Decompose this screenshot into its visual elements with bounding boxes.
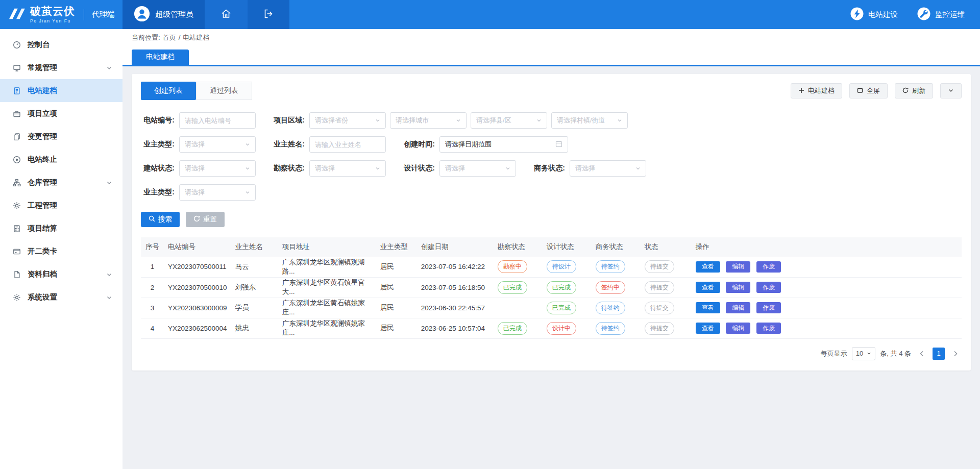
chevron-down-icon	[456, 117, 461, 125]
breadcrumb-separator: /	[179, 34, 181, 41]
calendar-icon	[555, 140, 562, 149]
design-status-label: 设计状态:	[401, 164, 435, 173]
owner-type-label: 业主类型:	[141, 140, 175, 149]
filter-form: 电站编号: 项目区域: 请选择省份 请选择城市 请选择县/区 请选择村镇/街道	[141, 112, 962, 201]
tab-create-list[interactable]: 创建列表	[141, 82, 196, 100]
status-badge: 待提交	[645, 322, 674, 335]
col-owner-type: 业主类型	[376, 237, 417, 257]
pagination: 每页显示 10 条, 共 4 条 1	[141, 347, 962, 360]
province-select[interactable]: 请选择省份	[309, 112, 386, 129]
owner-name-input[interactable]	[309, 136, 386, 153]
edit-button[interactable]: 编辑	[726, 302, 750, 313]
prev-page-button[interactable]	[916, 348, 928, 360]
sidebar-item-console[interactable]: 控制台	[0, 33, 122, 56]
city-select[interactable]: 请选择城市	[390, 112, 467, 129]
chevron-down-icon	[106, 294, 112, 301]
chevron-down-icon	[245, 165, 250, 172]
next-page-button[interactable]	[949, 348, 962, 360]
void-button[interactable]: 作废	[756, 323, 781, 334]
tab-passed-list[interactable]: 通过列表	[196, 82, 252, 100]
sidebar-item-project-initiation[interactable]: 项目立项	[0, 102, 122, 125]
view-button[interactable]: 查看	[696, 302, 720, 313]
nav-station-construction[interactable]: 电站建设	[850, 7, 898, 22]
breadcrumb-home-link[interactable]: 首页	[163, 33, 176, 42]
nav-monitoring-ops[interactable]: 监控运维	[917, 7, 965, 22]
status-badge: 签约中	[596, 281, 625, 294]
void-button[interactable]: 作废	[756, 261, 781, 273]
col-survey-status: 勘察状态	[494, 237, 543, 257]
status-badge: 勘察中	[498, 260, 527, 273]
username: 超级管理员	[155, 10, 193, 19]
sidebar-item-class2-card[interactable]: 开二类卡	[0, 240, 122, 263]
sidebar-item-system-settings[interactable]: 系统设置	[0, 286, 122, 309]
business-status-select[interactable]: 请选择	[570, 160, 646, 177]
sidebar-item-change-management[interactable]: 变更管理	[0, 125, 122, 148]
design-status-select[interactable]: 请选择	[439, 160, 516, 177]
stop-circle-icon	[12, 155, 21, 164]
sidebar-item-project-settlement[interactable]: 项目结算	[0, 217, 122, 240]
page-body: 创建列表 通过列表 电站建档 全屏 刷新	[122, 66, 980, 469]
edit-button[interactable]: 编辑	[726, 261, 750, 273]
survey-status-select[interactable]: 请选择	[309, 160, 386, 177]
page-tab-station-filing[interactable]: 电站建档	[132, 50, 189, 65]
avatar	[134, 6, 150, 23]
sidebar-item-general-management[interactable]: 常规管理	[0, 56, 122, 79]
search-icon	[149, 215, 155, 224]
status-badge: 已完成	[547, 281, 576, 294]
sidebar-item-label: 项目立项	[28, 109, 57, 118]
monitor-icon	[12, 63, 21, 72]
chevron-down-icon	[536, 117, 542, 125]
sidebar-item-label: 工程管理	[28, 201, 57, 210]
sidebar-item-engineering-management[interactable]: 工程管理	[0, 194, 122, 217]
survey-status-label: 勘察状态:	[271, 164, 305, 173]
add-station-button[interactable]: 电站建档	[791, 83, 842, 98]
plus-icon	[798, 87, 804, 95]
void-button[interactable]: 作废	[756, 282, 781, 293]
sidebar-item-station-termination[interactable]: 电站终止	[0, 148, 122, 171]
fullscreen-button[interactable]: 全屏	[849, 83, 888, 98]
reset-button[interactable]: 重置	[186, 212, 225, 227]
col-station-no: 电站编号	[164, 237, 231, 257]
owner-type-select[interactable]: 请选择	[179, 136, 256, 153]
chevron-down-icon	[245, 189, 250, 196]
lightning-icon	[850, 7, 864, 22]
logout-button[interactable]	[248, 0, 289, 29]
briefcase-icon	[12, 109, 21, 118]
view-button[interactable]: 查看	[696, 282, 720, 293]
sidebar: 控制台 常规管理 电站建档 项目立项 变更管理 电站终止 仓库管理	[0, 29, 122, 469]
table-row: 1 YX2023070500011 马云 广东深圳龙华区观澜镇观湖路... 居民…	[141, 257, 962, 277]
void-button[interactable]: 作废	[756, 302, 781, 313]
col-status: 状态	[641, 237, 692, 257]
calculator-icon	[12, 224, 21, 233]
user-menu[interactable]: 超级管理员	[122, 0, 205, 29]
view-button[interactable]: 查看	[696, 261, 720, 273]
nav-station-construction-label: 电站建设	[868, 10, 898, 19]
refresh-button[interactable]: 刷新	[895, 83, 933, 98]
owner-type2-select[interactable]: 请选择	[179, 184, 256, 201]
view-button[interactable]: 查看	[696, 323, 720, 334]
chevron-down-icon	[617, 117, 622, 125]
sidebar-item-data-archive[interactable]: 资料归档	[0, 263, 122, 286]
gear-icon	[12, 201, 21, 210]
station-no-input[interactable]	[179, 112, 256, 129]
edit-button[interactable]: 编辑	[726, 323, 750, 334]
page-number-button[interactable]: 1	[933, 348, 945, 360]
status-badge: 待签约	[596, 322, 625, 335]
sidebar-item-warehouse-management[interactable]: 仓库管理	[0, 171, 122, 194]
collapse-button[interactable]	[940, 83, 962, 98]
home-button[interactable]	[205, 0, 248, 29]
per-page-select[interactable]: 10	[852, 347, 875, 360]
status-badge: 已完成	[547, 302, 576, 314]
status-badge: 待设计	[547, 260, 576, 273]
create-time-input[interactable]: 请选择日期范围	[439, 136, 568, 153]
search-button[interactable]: 搜索	[141, 212, 180, 227]
county-select[interactable]: 请选择县/区	[471, 112, 547, 129]
total-count-label: 条, 共 4 条	[880, 349, 911, 358]
build-status-select[interactable]: 请选择	[179, 160, 256, 177]
town-select[interactable]: 请选择村镇/街道	[551, 112, 628, 129]
edit-button[interactable]: 编辑	[726, 282, 750, 293]
fullscreen-icon	[857, 87, 863, 95]
panel-toolbar: 电站建档 全屏 刷新	[791, 83, 962, 98]
sidebar-item-station-filing[interactable]: 电站建档	[0, 79, 122, 102]
refresh-icon	[902, 87, 909, 95]
